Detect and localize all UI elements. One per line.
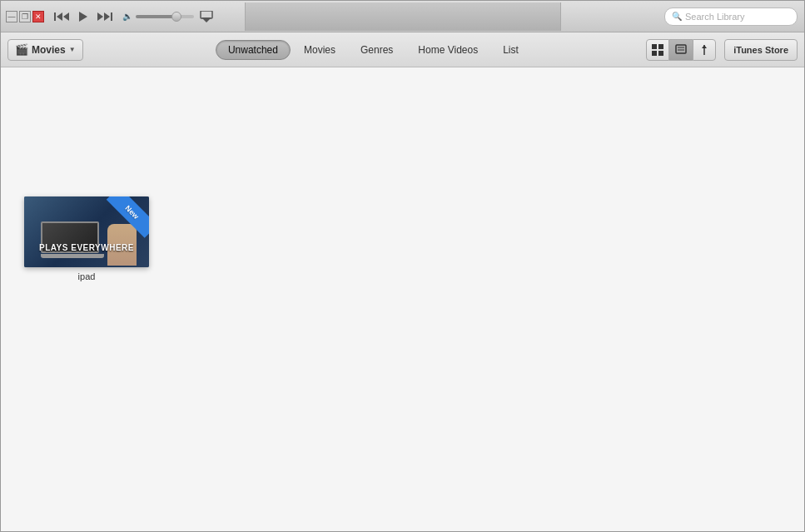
playback-controls bbox=[44, 7, 114, 26]
svg-rect-3 bbox=[658, 44, 663, 49]
titlebar: — ❐ ✕ � bbox=[1, 1, 804, 32]
itunes-window: — ❐ ✕ � bbox=[0, 0, 805, 532]
laptop-icon bbox=[41, 221, 107, 263]
sort-button[interactable] bbox=[693, 39, 716, 61]
skip-back-button[interactable] bbox=[52, 7, 71, 26]
svg-rect-4 bbox=[652, 51, 657, 56]
dropdown-arrow-icon: ▼ bbox=[69, 46, 76, 53]
library-dropdown[interactable]: 🎬 Movies ▼ bbox=[7, 39, 83, 61]
search-icon: 🔍 bbox=[672, 12, 682, 21]
search-box[interactable]: 🔍 Search Library bbox=[664, 7, 798, 26]
movie-title: ipad bbox=[78, 271, 96, 281]
movie-item-ipad[interactable]: PLAYS EVERYWHERE New ipad bbox=[24, 196, 149, 281]
fan-view-button[interactable] bbox=[669, 39, 693, 61]
svg-rect-1 bbox=[201, 11, 212, 18]
restore-button[interactable]: ❐ bbox=[19, 11, 31, 22]
volume-control[interactable]: 🔈 bbox=[114, 12, 194, 21]
plays-everywhere-text: PLAYS EVERYWHERE bbox=[24, 243, 149, 252]
close-button[interactable]: ✕ bbox=[32, 11, 44, 22]
volume-track[interactable] bbox=[136, 15, 194, 18]
titlebar-apple-logo-area bbox=[245, 2, 561, 31]
main-content: PLAYS EVERYWHERE New ipad bbox=[1, 67, 804, 531]
tab-movies[interactable]: Movies bbox=[292, 41, 347, 59]
grid-view-button[interactable] bbox=[646, 39, 669, 61]
svg-rect-6 bbox=[676, 45, 686, 53]
tab-home-videos[interactable]: Home Videos bbox=[406, 41, 489, 59]
volume-icon: 🔈 bbox=[122, 12, 132, 21]
airplay-button[interactable] bbox=[197, 7, 216, 26]
tab-unwatched[interactable]: Unwatched bbox=[216, 40, 291, 60]
itunes-store-button[interactable]: iTunes Store bbox=[724, 39, 798, 61]
skip-forward-button[interactable] bbox=[96, 7, 114, 26]
library-icon: 🎬 bbox=[15, 43, 28, 56]
volume-thumb[interactable] bbox=[171, 12, 181, 22]
window-controls: — ❐ ✕ bbox=[1, 11, 44, 22]
svg-rect-2 bbox=[652, 44, 657, 49]
minimize-button[interactable]: — bbox=[6, 11, 17, 22]
play-button[interactable] bbox=[74, 7, 92, 26]
new-badge: New bbox=[103, 196, 149, 242]
search-area: 🔍 Search Library bbox=[664, 7, 804, 26]
view-controls bbox=[646, 39, 716, 61]
tab-genres[interactable]: Genres bbox=[349, 41, 405, 59]
svg-rect-5 bbox=[658, 51, 663, 56]
tab-list[interactable]: List bbox=[491, 41, 530, 59]
library-label: Movies bbox=[32, 44, 66, 56]
search-input[interactable]: Search Library bbox=[685, 12, 790, 22]
nav-tabs: Unwatched Movies Genres Home Videos List bbox=[100, 40, 647, 60]
navbar: 🎬 Movies ▼ Unwatched Movies Genres Home … bbox=[1, 32, 804, 67]
movie-thumbnail: PLAYS EVERYWHERE New bbox=[24, 196, 149, 267]
new-badge-label: New bbox=[107, 196, 149, 238]
